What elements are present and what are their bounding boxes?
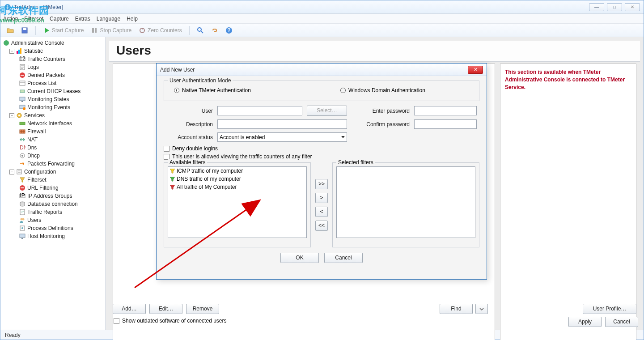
remove-button[interactable]: Remove	[186, 304, 219, 314]
filter-item[interactable]: ICMP traffic of my computer	[168, 167, 306, 175]
tree-traffic-reports[interactable]: Traffic Reports	[1, 208, 104, 216]
remove-one-button[interactable]: <	[315, 207, 328, 217]
collapse-icon[interactable]: −	[9, 113, 14, 118]
find-next-button[interactable]	[475, 304, 488, 314]
collapse-icon[interactable]: −	[9, 170, 14, 174]
svg-text:12: 12	[19, 56, 25, 62]
menu-capture[interactable]: Capture	[50, 16, 69, 22]
selected-filters-box: Selected filters	[332, 162, 479, 247]
tree-root[interactable]: Administative Console	[1, 39, 104, 47]
disk-icon	[21, 27, 28, 34]
tree-denied-packets[interactable]: Denied Packets	[1, 71, 104, 79]
enter-password-input[interactable]	[414, 106, 477, 115]
view-all-checkbox[interactable]	[164, 154, 169, 160]
menu-language[interactable]: Language	[97, 16, 120, 22]
filter-item[interactable]: DNS traffic of my computer	[168, 175, 306, 183]
account-status-select[interactable]: Account is enabled	[217, 132, 347, 142]
toolbar: Start Capture Stop Capture Zero Counters…	[0, 24, 644, 37]
tree-host-monitoring[interactable]: Host Monitoring	[1, 232, 104, 240]
tree-database[interactable]: Database connection	[1, 200, 104, 208]
menu-extras[interactable]: Extras	[75, 16, 90, 22]
tree-process-list[interactable]: Process List	[1, 79, 104, 87]
tree-packets-forwarding[interactable]: Packets Forwarding	[1, 160, 104, 168]
page-cancel-button[interactable]: Cancel	[605, 317, 638, 327]
menu-filterset[interactable]: Filterset	[24, 16, 43, 22]
tree-dns[interactable]: DNSDns	[1, 144, 104, 152]
tree-url-filtering[interactable]: URL Filtering	[1, 184, 104, 192]
tree-network-interfaces[interactable]: Network Interfaces	[1, 119, 104, 128]
dialog-close-button[interactable]: ✕	[468, 66, 483, 74]
maximize-button[interactable]: □	[607, 3, 622, 11]
tree-logs[interactable]: Logs	[1, 63, 104, 71]
page-actions: Apply Cancel	[568, 317, 638, 327]
help-tool-button[interactable]: ?	[223, 26, 235, 35]
page-title: Users	[109, 41, 640, 62]
menu-action[interactable]: Action	[3, 16, 18, 22]
link-tool-button[interactable]	[208, 26, 221, 35]
dialog-cancel-button[interactable]: Cancel	[324, 253, 363, 263]
add-button[interactable]: Add…	[113, 304, 146, 314]
tree-ip-groups[interactable]: IPIP Address Groups	[1, 192, 104, 200]
add-one-button[interactable]: >	[315, 193, 328, 203]
stop-capture-button[interactable]: Stop Capture	[88, 26, 134, 35]
tree-services[interactable]: −Services	[1, 111, 104, 119]
list-buttons: Add… Edit… Remove	[113, 304, 495, 314]
available-filters-list[interactable]: ICMP traffic of my computer DNS traffic …	[168, 166, 307, 238]
deny-logins-checkbox[interactable]	[164, 146, 169, 152]
zero-counters-button[interactable]: Zero Counters	[136, 26, 185, 35]
chart-icon	[16, 48, 22, 54]
start-capture-button[interactable]: Start Capture	[40, 26, 86, 35]
minimize-button[interactable]: —	[589, 3, 604, 11]
tree-monitoring-states[interactable]: Monitoring States	[1, 95, 104, 103]
tree-filterset[interactable]: Filterset	[1, 176, 104, 184]
svg-point-29	[21, 155, 23, 157]
menu-help[interactable]: Help	[127, 16, 138, 22]
save-button[interactable]	[18, 26, 31, 35]
tree-item-label: Monitoring Events	[27, 104, 70, 110]
tree-nat[interactable]: NAT	[1, 136, 104, 144]
tree-users[interactable]: Users	[1, 216, 104, 224]
user-profile-button[interactable]: User Profile…	[583, 304, 636, 314]
pause-icon	[91, 27, 98, 34]
collapse-icon[interactable]: −	[9, 49, 14, 54]
edit-button[interactable]: Edit…	[149, 304, 182, 314]
filter-item-label: DNS traffic of my computer	[177, 176, 241, 182]
radio-native[interactable]: Native TMeter Authentication	[174, 87, 251, 94]
tree-configuration[interactable]: −Configuration	[1, 168, 104, 176]
filter-item[interactable]: All traffic of My Computer	[168, 183, 306, 191]
open-button[interactable]	[4, 26, 17, 35]
add-all-button[interactable]: >>	[315, 179, 328, 189]
select-user-button[interactable]: Select…	[307, 106, 347, 116]
filters-section: Available filters ICMP traffic of my com…	[164, 162, 479, 247]
tree-monitoring-events[interactable]: Monitoring Events	[1, 103, 104, 111]
ok-button[interactable]: OK	[280, 253, 319, 263]
tree-dhcp-leases[interactable]: Current DHCP Leases	[1, 87, 104, 95]
tree-statistic[interactable]: −Statistic	[1, 47, 104, 55]
find-button[interactable]: Find	[440, 304, 473, 314]
svg-rect-11	[18, 50, 20, 54]
confirm-password-input[interactable]	[414, 119, 477, 129]
description-input[interactable]	[217, 119, 347, 129]
outdated-checkbox[interactable]	[114, 318, 119, 324]
close-button[interactable]: ✕	[625, 3, 640, 11]
titlebar: TrafAdmin - [TMeter] — □ ✕	[0, 0, 644, 14]
user-input[interactable]	[217, 106, 302, 115]
radio-domain[interactable]: Windows Domain Authentication	[340, 87, 425, 94]
tree-item-label: Traffic Counters	[27, 56, 65, 62]
link-icon	[211, 27, 218, 34]
tree-root-label: Administative Console	[11, 40, 64, 46]
tree-firewall[interactable]: Firewall	[1, 128, 104, 136]
help-icon: ?	[225, 27, 233, 34]
remove-all-button[interactable]: <<	[315, 221, 328, 231]
nic-icon	[19, 120, 25, 127]
apply-button[interactable]: Apply	[568, 317, 602, 327]
selected-filters-list[interactable]	[336, 166, 475, 238]
tree-traffic-counters[interactable]: 12Traffic Counters	[1, 55, 104, 63]
filter-item-label: ICMP traffic of my computer	[177, 168, 243, 174]
search-tool-button[interactable]	[194, 26, 207, 35]
tree-dhcp[interactable]: Dhcp	[1, 152, 104, 160]
auth-mode-group: User Authentication Mode Native TMeter A…	[164, 81, 479, 101]
tree-process-defs[interactable]: Process Definitions	[1, 224, 104, 232]
report-icon	[19, 209, 25, 215]
procdef-icon	[19, 225, 25, 231]
